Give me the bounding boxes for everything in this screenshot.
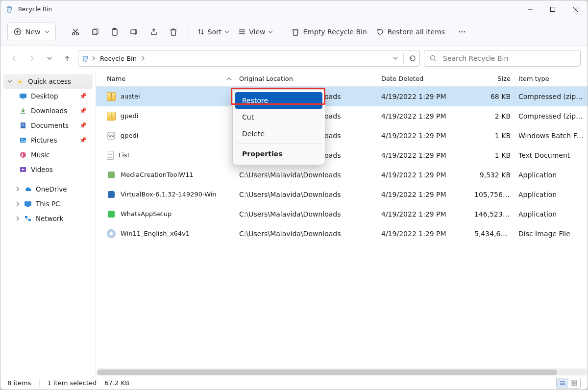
cell-date: 4/19/2022 1:29 PM xyxy=(377,132,470,140)
file-row[interactable]: VirtualBox-6.1.32-149290-WinC:\Users\Mal… xyxy=(96,185,588,204)
application-icon xyxy=(107,210,116,219)
svg-point-29 xyxy=(464,31,466,32)
sidebar-item-videos[interactable]: Videos xyxy=(3,162,93,177)
ctx-delete[interactable]: Delete xyxy=(235,125,322,142)
maximize-button[interactable] xyxy=(541,0,564,18)
sidebar-item-desktop[interactable]: Desktop📌 xyxy=(3,89,93,103)
nav-row: Recycle Bin xyxy=(0,46,588,71)
sidebar-item-label: Documents xyxy=(31,122,69,129)
cell-size: 1 KB xyxy=(470,151,514,159)
cell-date: 4/19/2022 1:29 PM xyxy=(377,171,470,179)
sidebar-root-onedrive[interactable]: OneDrive xyxy=(3,182,93,196)
svg-rect-59 xyxy=(572,381,574,383)
file-row[interactable]: WhatsAppSetupC:\Users\Malavida\Downloads… xyxy=(96,204,588,224)
ctx-restore[interactable]: Restore xyxy=(235,92,322,109)
sidebar-item-label: Pictures xyxy=(31,136,57,144)
chevron-right-icon xyxy=(141,56,146,61)
sidebar-item-music[interactable]: Music xyxy=(3,147,93,162)
status-bar: 8 items 1 item selected 67.2 KB xyxy=(0,376,588,390)
paste-button[interactable] xyxy=(105,23,124,41)
forward-button[interactable] xyxy=(25,51,39,65)
svg-point-27 xyxy=(459,31,461,32)
application-icon xyxy=(107,171,116,179)
sidebar-root-this-pc[interactable]: This PC xyxy=(3,196,93,211)
rename-button[interactable] xyxy=(125,23,144,41)
svg-rect-35 xyxy=(22,98,24,99)
trash-icon xyxy=(291,27,300,36)
scrollbar-thumb[interactable] xyxy=(97,369,557,375)
col-original-location[interactable]: Original Location xyxy=(235,75,377,82)
file-row[interactable]: Win11_English_x64v1C:\Users\Malavida\Dow… xyxy=(96,224,588,244)
documents-icon xyxy=(19,122,27,129)
file-row[interactable]: gpediC:\Users\Malavida\Downloads4/19/202… xyxy=(96,106,588,126)
file-rows: RestoreCutDeleteProperties austeiC:\User… xyxy=(96,87,588,368)
close-button[interactable] xyxy=(564,0,587,18)
window-title: Recycle Bin xyxy=(18,6,52,13)
sidebar-item-pictures[interactable]: Pictures📌 xyxy=(3,133,93,147)
sort-asc-icon xyxy=(226,76,231,81)
file-row[interactable]: gpediC:\Users\Malavida\Downloads4/19/202… xyxy=(96,126,588,146)
cell-date: 4/19/2022 1:29 PM xyxy=(377,151,470,159)
copy-button[interactable] xyxy=(86,23,104,41)
sidebar-item-documents[interactable]: Documents📌 xyxy=(3,118,93,133)
more-button[interactable] xyxy=(453,23,471,41)
view-label: View xyxy=(249,28,265,36)
up-button[interactable] xyxy=(60,51,74,65)
file-row[interactable]: austeiC:\Users\Malavida\Downloads4/19/20… xyxy=(96,87,588,106)
empty-recycle-bin-button[interactable]: Empty Recycle Bin xyxy=(287,23,370,41)
new-button[interactable]: New xyxy=(7,23,56,41)
horizontal-scrollbar[interactable] xyxy=(96,368,588,376)
cell-type: Compressed (zipp… xyxy=(514,93,588,100)
cell-date: 4/19/2022 1:29 PM xyxy=(377,191,470,198)
titlebar: Recycle Bin xyxy=(0,0,588,18)
svg-rect-62 xyxy=(575,384,577,386)
new-label: New xyxy=(25,28,41,36)
col-name[interactable]: Name xyxy=(103,75,235,82)
svg-rect-46 xyxy=(24,201,31,206)
restore-all-button[interactable]: Restore all items xyxy=(372,23,449,41)
sidebar-item-downloads[interactable]: Downloads📌 xyxy=(3,103,93,118)
ctx-properties[interactable]: Properties xyxy=(235,146,322,162)
view-thumbnails-button[interactable] xyxy=(568,378,580,388)
cell-date: 4/19/2022 1:29 PM xyxy=(377,230,470,238)
sidebar-quick-access[interactable]: ★ Quick access xyxy=(3,74,93,89)
file-row[interactable]: MediaCreationToolW11C:\Users\Malavida\Do… xyxy=(96,165,588,185)
explorer-window: Recycle Bin New Sort View xyxy=(0,0,588,390)
sidebar-root-network[interactable]: Network xyxy=(3,211,93,226)
scissors-icon xyxy=(71,27,80,36)
share-icon xyxy=(149,27,158,36)
cell-type: Windows Batch File xyxy=(514,132,588,140)
view-details-button[interactable] xyxy=(557,378,568,388)
file-row[interactable]: ListC:\Users\Malavida\Downloads4/19/2022… xyxy=(96,146,588,165)
share-button[interactable] xyxy=(145,23,163,41)
minimize-button[interactable] xyxy=(519,0,541,18)
address-bar[interactable]: Recycle Bin xyxy=(78,50,420,67)
breadcrumb-segment[interactable]: Recycle Bin xyxy=(98,54,139,63)
cell-orig: C:\Users\Malavida\Downloads xyxy=(235,171,377,179)
cell-name: austei xyxy=(103,92,235,101)
desktop-icon xyxy=(19,92,27,100)
sidebar-item-label: Desktop xyxy=(31,92,58,100)
svg-line-33 xyxy=(435,60,436,61)
sidebar-item-label: Videos xyxy=(31,166,53,173)
pin-icon: 📌 xyxy=(79,107,87,114)
search-input[interactable] xyxy=(442,54,575,63)
pictures-icon xyxy=(19,136,27,144)
recycle-bin-icon xyxy=(5,5,13,13)
chevron-down-icon[interactable] xyxy=(392,55,398,61)
back-button[interactable] xyxy=(7,51,21,65)
view-button[interactable]: View xyxy=(234,23,277,41)
cut-button[interactable] xyxy=(66,23,85,41)
sort-button[interactable]: Sort xyxy=(193,23,234,41)
svg-rect-34 xyxy=(20,94,26,98)
col-date-deleted[interactable]: Date Deleted xyxy=(377,75,470,82)
search-box[interactable] xyxy=(424,50,581,67)
col-size[interactable]: Size xyxy=(470,75,514,82)
ctx-cut[interactable]: Cut xyxy=(235,109,322,125)
svg-marker-31 xyxy=(83,56,88,61)
recent-button[interactable] xyxy=(43,51,56,65)
refresh-icon[interactable] xyxy=(409,54,416,62)
delete-button[interactable] xyxy=(164,23,183,41)
sidebar-item-label: Music xyxy=(31,151,49,159)
col-item-type[interactable]: Item type xyxy=(514,75,588,82)
